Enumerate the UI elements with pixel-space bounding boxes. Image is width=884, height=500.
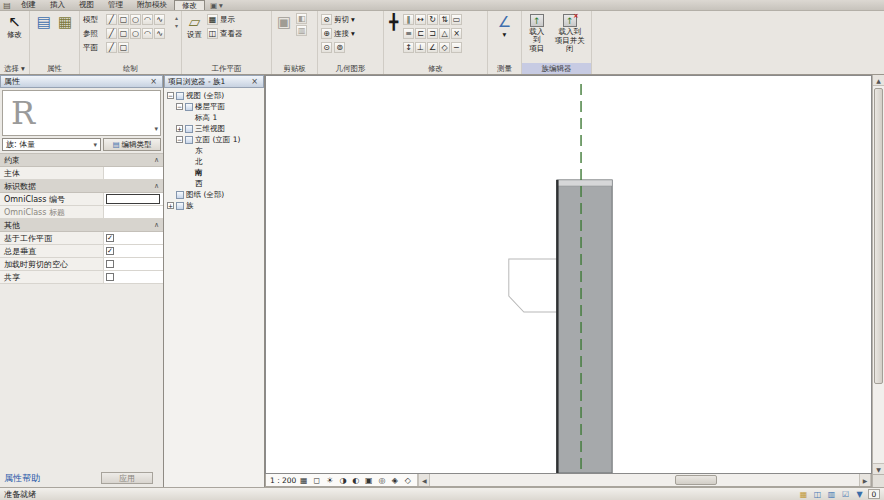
expander-icon[interactable]: + <box>176 125 183 132</box>
modify-tool-button[interactable]: ↖ 修改 <box>5 13 24 40</box>
work-plane-based-checkbox[interactable]: ✓ <box>106 234 114 242</box>
cut-voids-checkbox[interactable] <box>106 260 114 268</box>
draw-pick-icon[interactable]: ▢ <box>118 42 129 53</box>
demolish-icon[interactable]: ⊚ <box>334 42 345 53</box>
expander-icon[interactable]: + <box>167 202 174 209</box>
copy-icon[interactable]: ≡ <box>403 28 414 39</box>
design-options-icon[interactable]: ◫ <box>812 489 823 500</box>
host-value[interactable] <box>103 167 163 179</box>
hscroll-right-arrow[interactable]: ▶ <box>859 474 871 486</box>
tab-manage[interactable]: 管理 <box>101 0 130 10</box>
draw-arc-icon[interactable]: ◠ <box>142 14 153 25</box>
rotate-icon[interactable]: ↻ <box>427 14 438 25</box>
temporary-hide-icon[interactable]: ◈ <box>389 475 400 486</box>
tree-item-west[interactable]: 西 <box>164 178 264 189</box>
pin-icon[interactable]: ⊥ <box>415 42 426 53</box>
omniclass-number-input[interactable] <box>106 194 160 204</box>
tree-item-sheets[interactable]: 图纸 (全部) <box>164 189 264 200</box>
omniclass-title-value[interactable] <box>103 206 163 218</box>
draw-rect-icon[interactable]: ▢ <box>118 14 129 25</box>
properties-close-button[interactable]: × <box>148 77 159 86</box>
tree-item-views[interactable]: − 视图 (全部) <box>164 90 264 101</box>
tree-item-north[interactable]: 北 <box>164 156 264 167</box>
tab-insert[interactable]: 插入 <box>43 0 72 10</box>
draw-rect-icon[interactable]: ▢ <box>118 28 129 39</box>
section-other[interactable]: 其他 ∧ <box>0 219 163 232</box>
scale-button[interactable]: 1 : 200 <box>270 476 296 485</box>
draw-circle-icon[interactable]: ○ <box>130 28 141 39</box>
draw-arc-icon[interactable]: ◠ <box>142 28 153 39</box>
shadows-icon[interactable]: ◑ <box>337 475 348 486</box>
match-icon[interactable]: ◇ <box>439 42 450 53</box>
vscroll-down-arrow[interactable]: ▼ <box>873 463 884 474</box>
press-drag-checkbox[interactable]: ☑ <box>840 489 851 500</box>
reveal-hidden-icon[interactable]: ◇ <box>402 475 413 486</box>
crop-region-icon[interactable]: ◎ <box>376 475 387 486</box>
measure-button[interactable]: ∠ ▾ <box>496 13 513 40</box>
sketch-outline[interactable] <box>509 259 557 312</box>
viewer-button[interactable]: ◫ 查看器 <box>207 27 243 40</box>
tree-item-3d-views[interactable]: + 三维视图 <box>164 123 264 134</box>
edit-type-button[interactable]: ▤ 编辑类型 <box>103 138 161 151</box>
mirror-icon[interactable]: ⇅ <box>439 14 450 25</box>
tab-addins[interactable]: 附加模块 <box>130 0 174 10</box>
paste-button[interactable]: ▣ <box>275 13 293 31</box>
detail-level-icon[interactable]: ▦ <box>298 475 309 486</box>
show-work-plane-button[interactable]: ▦ 显示 <box>207 13 243 26</box>
ribbon-state-toggle[interactable]: ▣ ▾ <box>205 0 228 10</box>
tab-create[interactable]: 创建 <box>14 0 43 10</box>
always-vertical-checkbox[interactable]: ✓ <box>106 247 114 255</box>
project-browser-close-button[interactable]: × <box>249 77 260 86</box>
split-icon[interactable]: ↕ <box>403 42 414 53</box>
paint-icon[interactable]: ⊙ <box>321 42 332 53</box>
align-icon[interactable]: ∥ <box>403 14 414 25</box>
linework-icon[interactable]: ─ <box>451 42 462 53</box>
join-geometry-button[interactable]: ⊕ 连接 ▾ <box>321 27 355 40</box>
load-into-project-and-close-button[interactable]: ↑ × 载入到 项目并关闭 <box>552 13 589 54</box>
draw-scroll-up[interactable]: ▴ <box>175 13 178 21</box>
properties-help-link[interactable]: 属性帮助 <box>4 472 40 485</box>
draw-mode-reference[interactable]: 参照 <box>83 29 105 39</box>
tab-view[interactable]: 视图 <box>72 0 101 10</box>
draw-line-icon[interactable]: ╱ <box>106 14 117 25</box>
tree-item-families[interactable]: + 族 <box>164 200 264 211</box>
type-selector[interactable]: R ▾ <box>2 90 161 136</box>
project-browser-header[interactable]: 项目浏览器 - 族1 × <box>164 75 264 88</box>
properties-header[interactable]: 属性 × <box>0 75 163 88</box>
draw-spline-icon[interactable]: ∿ <box>154 28 165 39</box>
hscroll-thumb[interactable] <box>675 475 717 485</box>
vertical-scrollbar[interactable]: ▲ ▼ <box>872 75 884 474</box>
unpin-icon[interactable]: ∠ <box>427 42 438 53</box>
array-icon[interactable]: ▭ <box>451 14 462 25</box>
apply-button[interactable]: 应用 <box>101 472 153 484</box>
mass-extrusion[interactable] <box>557 180 612 473</box>
draw-line-icon[interactable]: ╱ <box>106 28 117 39</box>
copy-to-clipboard-icon[interactable]: ▥ <box>296 25 307 36</box>
hscroll-left-arrow[interactable]: ◀ <box>418 474 430 486</box>
draw-circle-icon[interactable]: ○ <box>130 14 141 25</box>
properties-button[interactable]: ▤ <box>35 13 53 31</box>
expander-icon[interactable]: − <box>176 103 183 110</box>
load-into-project-button[interactable]: ↑ 载入到 项目 <box>525 13 549 54</box>
delete-icon[interactable]: × <box>451 28 462 39</box>
scale-icon[interactable]: △ <box>439 28 450 39</box>
filter-icon[interactable]: ▼ <box>854 489 865 500</box>
panel-label-select[interactable]: 选择 ▾ <box>0 63 29 74</box>
tree-item-east[interactable]: 东 <box>164 145 264 156</box>
drawing-canvas[interactable] <box>265 75 872 474</box>
shared-checkbox[interactable] <box>106 273 114 281</box>
set-work-plane-button[interactable]: ▱ 设置 <box>185 13 204 40</box>
section-constraints[interactable]: 约束 ∧ <box>0 154 163 167</box>
tree-item-floor-plans[interactable]: − 楼层平面 <box>164 101 264 112</box>
family-selector-dropdown[interactable]: 族: 体量 ▾ <box>2 138 101 151</box>
render-dialog-icon[interactable]: ◐ <box>350 475 361 486</box>
trim-icon[interactable]: ⊏ <box>415 28 426 39</box>
expander-icon[interactable]: − <box>167 92 174 99</box>
tab-modify[interactable]: 修改 <box>174 0 205 10</box>
cut-geometry-button[interactable]: ⊘ 剪切 ▾ <box>321 13 355 26</box>
sun-path-icon[interactable]: ☀ <box>324 475 335 486</box>
vscroll-thumb[interactable] <box>874 88 883 384</box>
family-types-button[interactable]: ▦ <box>56 13 74 31</box>
vscroll-up-arrow[interactable]: ▲ <box>873 75 884 86</box>
draw-mode-model[interactable]: 模型 <box>83 15 105 25</box>
